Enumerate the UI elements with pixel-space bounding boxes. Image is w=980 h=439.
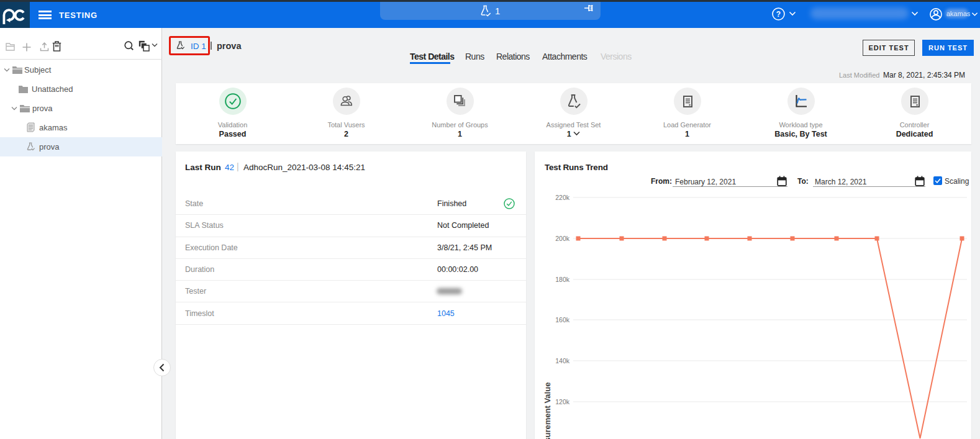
svg-text:120k: 120k: [555, 398, 570, 405]
svg-text:160k: 160k: [555, 316, 570, 324]
svg-text:200k: 200k: [555, 235, 570, 242]
svg-text:180k: 180k: [555, 276, 570, 283]
svg-text:140k: 140k: [555, 357, 570, 364]
svg-text:220k: 220k: [555, 194, 570, 201]
svg-text:?: ?: [776, 10, 781, 19]
